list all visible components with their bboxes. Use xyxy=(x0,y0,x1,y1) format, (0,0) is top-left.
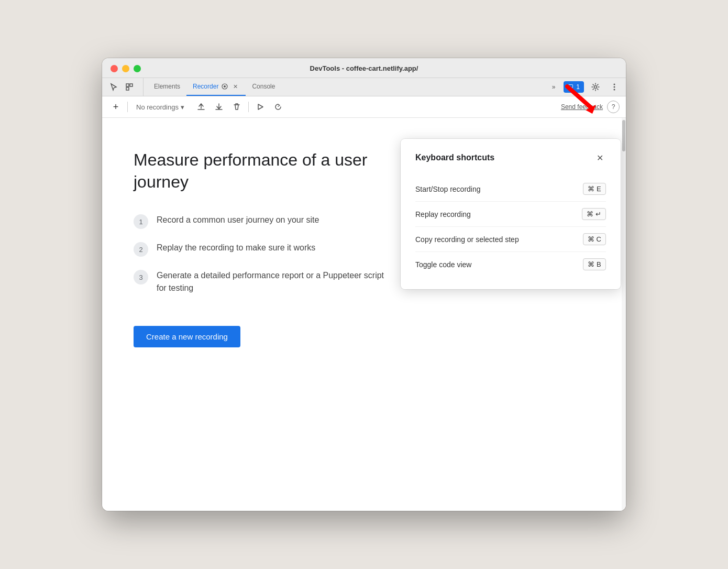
shortcut-keys-toggle-code: ⌘ B xyxy=(583,258,606,270)
toolbar-actions xyxy=(193,100,286,114)
svg-rect-1 xyxy=(130,84,133,86)
tab-recorder[interactable]: Recorder ✕ xyxy=(186,78,246,96)
svg-point-4 xyxy=(224,85,226,87)
svg-point-7 xyxy=(614,86,615,88)
notification-count: 1 xyxy=(576,83,580,91)
cursor-icon-btn[interactable] xyxy=(106,80,121,94)
shortcut-label-replay: Replay recording xyxy=(415,210,471,218)
no-recordings-text: No recordings xyxy=(136,103,179,111)
toolbar-divider-1 xyxy=(127,102,128,112)
svg-point-6 xyxy=(614,84,615,85)
title-bar: DevTools - coffee-cart.netlify.app/ xyxy=(102,58,626,78)
step-number-3: 3 xyxy=(134,270,148,284)
add-icon: + xyxy=(113,102,119,113)
steps-list: 1 Record a common user journey on your s… xyxy=(134,214,385,294)
tab-console[interactable]: Console xyxy=(246,78,281,96)
devtools-window: DevTools - coffee-cart.netlify.app/ Elem… xyxy=(102,58,626,511)
notification-icon: 🗨 xyxy=(568,83,574,91)
shortcuts-close-button[interactable]: ✕ xyxy=(593,151,606,164)
step-item-2: 2 Replay the recording to make sure it w… xyxy=(134,242,385,257)
svg-rect-0 xyxy=(126,84,129,86)
more-tabs-icon: » xyxy=(552,83,556,91)
export-button[interactable] xyxy=(193,100,209,114)
import-button[interactable] xyxy=(211,100,227,114)
window-controls xyxy=(111,65,141,72)
shortcut-keys-copy: ⌘ C xyxy=(583,233,606,245)
toolbar-right: Send feedback ? xyxy=(561,101,620,113)
shortcut-label-start-stop: Start/Stop recording xyxy=(415,185,481,193)
tab-bar-right: » 🗨 1 xyxy=(548,78,622,96)
shortcuts-header: Keyboard shortcuts ✕ xyxy=(415,151,606,164)
tab-console-label: Console xyxy=(252,83,275,90)
key-badge-cmd-e: ⌘ E xyxy=(583,183,606,195)
shortcut-row-replay: Replay recording ⌘ ↵ xyxy=(415,202,606,227)
shortcut-row-start-stop: Start/Stop recording ⌘ E xyxy=(415,177,606,202)
window-title: DevTools - coffee-cart.netlify.app/ xyxy=(310,64,418,72)
page-heading: Measure performance of a user journey xyxy=(134,149,385,193)
tab-recorder-label: Recorder xyxy=(193,83,218,90)
help-button[interactable]: ? xyxy=(607,101,620,113)
tab-elements[interactable]: Elements xyxy=(148,78,186,96)
tab-bar: Elements Recorder ✕ Console » 🗨 1 xyxy=(102,78,626,96)
shortcut-label-toggle-code: Toggle code view xyxy=(415,260,471,269)
keyboard-shortcuts-panel: Keyboard shortcuts ✕ Start/Stop recordin… xyxy=(401,139,621,289)
notifications-badge[interactable]: 🗨 1 xyxy=(564,81,584,93)
more-tabs-button[interactable]: » xyxy=(548,80,560,94)
shortcut-row-copy: Copy recording or selected step ⌘ C xyxy=(415,227,606,252)
delete-button[interactable] xyxy=(228,100,245,114)
step-number-2: 2 xyxy=(134,242,148,257)
scrollbar-thumb xyxy=(622,120,625,151)
step-number-1: 1 xyxy=(134,214,148,229)
scrollbar-track[interactable] xyxy=(622,118,626,511)
svg-point-5 xyxy=(594,86,597,89)
close-icon: ✕ xyxy=(597,153,603,163)
key-badge-cmd-enter: ⌘ ↵ xyxy=(582,208,606,220)
main-content: Measure performance of a user journey 1 … xyxy=(102,118,626,511)
inspect-icon xyxy=(125,83,134,91)
maximize-button[interactable] xyxy=(134,65,141,72)
replay-icon xyxy=(274,103,282,111)
send-feedback-button[interactable]: Send feedback xyxy=(561,103,603,111)
recorder-icon xyxy=(222,83,228,90)
shortcut-keys-start-stop: ⌘ E xyxy=(583,183,606,195)
tab-recorder-close[interactable]: ✕ xyxy=(231,82,239,91)
step-text-1: Record a common user journey on your sit… xyxy=(157,214,319,226)
gear-icon xyxy=(591,83,600,91)
inspect-icon-btn[interactable] xyxy=(122,80,137,94)
shortcut-keys-replay: ⌘ ↵ xyxy=(582,208,606,220)
export-icon xyxy=(197,103,205,111)
cursor-icon xyxy=(109,83,118,91)
step-item-1: 1 Record a common user journey on your s… xyxy=(134,214,385,229)
tab-elements-label: Elements xyxy=(154,83,180,90)
play-button[interactable] xyxy=(252,100,269,114)
replay-button[interactable] xyxy=(270,100,286,114)
step-text-3: Generate a detailed performance report o… xyxy=(157,269,385,294)
kebab-icon xyxy=(613,83,615,91)
svg-point-8 xyxy=(614,89,615,91)
minimize-button[interactable] xyxy=(122,65,129,72)
step-text-2: Replay the recording to make sure it wor… xyxy=(157,242,315,254)
dropdown-icon: ▾ xyxy=(181,103,184,111)
key-badge-cmd-c: ⌘ C xyxy=(583,233,606,245)
settings-icon-btn[interactable] xyxy=(588,80,603,94)
play-icon xyxy=(256,103,264,111)
shortcut-row-toggle-code: Toggle code view ⌘ B xyxy=(415,252,606,277)
recorder-toolbar: + No recordings ▾ xyxy=(102,96,626,118)
svg-rect-2 xyxy=(126,87,129,90)
key-badge-cmd-b: ⌘ B xyxy=(583,258,606,270)
more-options-button[interactable] xyxy=(607,80,622,94)
shortcuts-title: Keyboard shortcuts xyxy=(415,153,494,162)
devtools-nav-icons xyxy=(106,78,144,96)
add-recording-button[interactable]: + xyxy=(108,100,123,114)
create-recording-button[interactable]: Create a new recording xyxy=(134,326,240,347)
import-icon xyxy=(215,103,223,111)
toolbar-divider-2 xyxy=(248,102,249,112)
close-button[interactable] xyxy=(111,65,118,72)
recording-selector[interactable]: No recordings ▾ xyxy=(132,101,189,113)
shortcut-label-copy: Copy recording or selected step xyxy=(415,235,519,244)
delete-icon xyxy=(233,103,241,111)
step-item-3: 3 Generate a detailed performance report… xyxy=(134,269,385,294)
